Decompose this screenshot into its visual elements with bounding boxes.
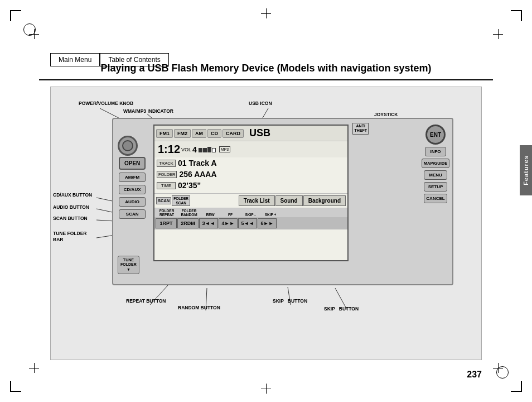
track-list-button[interactable]: Track List bbox=[239, 195, 275, 206]
folder-label: FOLDER bbox=[157, 171, 177, 178]
elapsed-value: 02'35" bbox=[178, 181, 201, 190]
callout-power-volume: POWER/VOLUME KNOB bbox=[79, 100, 133, 106]
am-button[interactable]: AM bbox=[192, 129, 206, 138]
function-button-row: SCAN FOLDERSCAN Track List Sound Backgro… bbox=[154, 193, 347, 208]
knob-inner bbox=[122, 140, 133, 151]
page-title: Playing a USB Flash Memory Device (Model… bbox=[0, 63, 532, 74]
mapguide-button[interactable]: MAP/GUIDE bbox=[422, 159, 449, 168]
1rpt-button[interactable]: 1RPT bbox=[156, 218, 177, 228]
vol-label: VOL bbox=[181, 147, 191, 152]
callout-audio: AUDIO BUTTON bbox=[53, 204, 89, 210]
screen-area: FM1 FM2 AM CD CARD USB ANTITHEFT 1:12 VO… bbox=[153, 125, 349, 261]
ent-button[interactable]: ENT bbox=[425, 125, 446, 145]
circle-mark-tl bbox=[23, 23, 36, 36]
scan-btn[interactable]: SCAN bbox=[156, 197, 171, 204]
callout-wma-mp3: WMA/MP3 INDICATOR bbox=[123, 108, 173, 114]
fm1-button[interactable]: FM1 bbox=[156, 129, 173, 138]
rew-button[interactable]: 3◄◄ bbox=[199, 218, 218, 228]
circle-mark-br bbox=[496, 366, 509, 379]
track-label: TRACK bbox=[157, 160, 176, 167]
callout-usb-icon: USB ICON bbox=[249, 100, 272, 106]
folder-repeat-label: FOLDERREPEAT bbox=[156, 209, 178, 217]
cross-mark-bl bbox=[29, 363, 39, 373]
skip-fwd-button[interactable]: 6►► bbox=[258, 218, 277, 228]
2rdm-button[interactable]: 2RDM bbox=[177, 218, 199, 228]
cdaux-button[interactable]: CD/AUX bbox=[119, 185, 146, 194]
callout-skip-2: SKIP BUTTON bbox=[324, 306, 359, 312]
callout-repeat: REPEAT BUTTON bbox=[126, 298, 166, 304]
fm2-button[interactable]: FM2 bbox=[174, 129, 191, 138]
corner-mark-br bbox=[511, 381, 522, 392]
corner-mark-tl bbox=[10, 10, 21, 21]
audio-button[interactable]: AUDIO bbox=[119, 197, 146, 207]
background-button[interactable]: Background bbox=[303, 195, 346, 206]
folder-scan-btn[interactable]: FOLDERSCAN bbox=[172, 195, 190, 205]
amfm-button[interactable]: AM/FM bbox=[119, 173, 146, 182]
skip-back-button[interactable]: 5◄◄ bbox=[238, 218, 257, 228]
folder-value: 256 AAAA bbox=[179, 170, 216, 179]
mp3-badge: MP3 bbox=[219, 146, 230, 152]
usb-display: USB bbox=[249, 127, 270, 139]
callout-tune-folder: TUNE FOLDERBAR bbox=[53, 231, 86, 243]
level-bar bbox=[199, 147, 216, 152]
folder-random-label: FOLDERRANDOM bbox=[178, 209, 200, 217]
rew-label: REW bbox=[200, 213, 220, 217]
radio-unit: OPEN AM/FM CD/AUX AUDIO SCAN TUNEFOLDER▼… bbox=[112, 118, 453, 285]
right-button-group: ENT INFO MAP/GUIDE MENU SETUP CANCEL bbox=[422, 125, 449, 203]
page-number: 237 bbox=[467, 370, 482, 380]
radio-button-row: FM1 FM2 AM CD CARD USB bbox=[154, 126, 347, 141]
cd-button[interactable]: CD bbox=[207, 129, 221, 138]
power-volume-knob[interactable] bbox=[118, 136, 138, 156]
playback-buttons-row: 1RPT 2RDM 3◄◄ 4►► 5◄◄ 6►► bbox=[154, 217, 347, 229]
callout-scan: SCAN BUTTON bbox=[53, 216, 88, 221]
tune-folder-button[interactable]: TUNEFOLDER▼ bbox=[118, 256, 139, 274]
callout-cd-aux: CD/AUX BUTTON bbox=[53, 192, 92, 198]
callout-random: RANDOM BUTTON bbox=[178, 305, 220, 310]
menu-button[interactable]: MENU bbox=[424, 170, 447, 180]
title-rule bbox=[39, 79, 493, 80]
sound-button[interactable]: Sound bbox=[275, 195, 303, 206]
setup-button[interactable]: SETUP bbox=[424, 182, 447, 192]
skip-plus-label: SKIP + bbox=[260, 213, 280, 217]
elapsed-row: TIME 02'35" bbox=[154, 180, 347, 191]
scan-button[interactable]: SCAN bbox=[119, 209, 146, 219]
corner-mark-tr bbox=[511, 10, 522, 21]
left-button-group: OPEN AM/FM CD/AUX AUDIO SCAN bbox=[119, 157, 146, 219]
track-value: 01 Track A bbox=[178, 159, 217, 168]
callout-joystick: JOYSTICK bbox=[374, 112, 398, 117]
elapsed-label: TIME bbox=[157, 182, 176, 189]
time-display: 1:12 bbox=[158, 143, 180, 156]
cross-mark-bottom bbox=[261, 384, 271, 394]
info-button[interactable]: INFO bbox=[425, 147, 446, 156]
playback-labels-row: FOLDERREPEAT FOLDERRANDOM REW FF SKIP - … bbox=[154, 208, 347, 217]
skip-minus-label: SKIP - bbox=[240, 213, 260, 217]
corner-mark-bl bbox=[10, 381, 21, 392]
cross-mark-tr bbox=[493, 29, 503, 39]
cancel-button[interactable]: CANCEL bbox=[424, 194, 447, 203]
anti-theft-indicator: ANTITHEFT bbox=[352, 123, 369, 135]
cross-mark-top bbox=[261, 8, 271, 18]
open-button[interactable]: OPEN bbox=[119, 157, 146, 170]
card-button[interactable]: CARD bbox=[223, 129, 244, 138]
diagram-area: POWER/VOLUME KNOB WMA/MP3 INDICATOR USB … bbox=[50, 87, 482, 360]
vol-value: 4 bbox=[192, 145, 197, 154]
track-row: TRACK 01 Track A bbox=[154, 157, 347, 169]
ff-button[interactable]: 4►► bbox=[219, 218, 238, 228]
features-bookmark: Features bbox=[520, 145, 532, 195]
bookmark-label: Features bbox=[523, 155, 529, 185]
ff-label: FF bbox=[220, 213, 240, 217]
time-row: 1:12 VOL 4 MP3 bbox=[154, 141, 347, 157]
callout-skip-1: SKIP BUTTON bbox=[273, 298, 307, 304]
folder-row: FOLDER 256 AAAA bbox=[154, 169, 347, 180]
